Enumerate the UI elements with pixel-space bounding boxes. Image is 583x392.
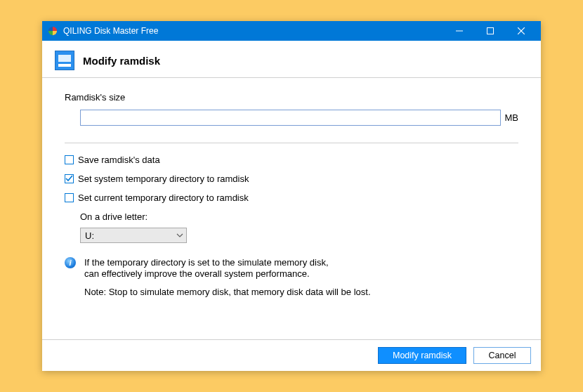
titlebar: QILING Disk Master Free [42,21,541,41]
info-block: i If the temporary directory is set to t… [65,257,518,297]
section-divider [65,143,518,143]
modify-ramdisk-button[interactable]: Modify ramdisk [378,347,466,364]
app-title: QILING Disk Master Free [63,26,444,36]
checkbox-icon [65,193,74,202]
save-data-label: Save ramdisk's data [78,155,160,165]
save-data-checkbox[interactable]: Save ramdisk's data [65,155,518,165]
info-line-1: If the temporary directory is set to the… [84,257,329,268]
app-icon [48,26,58,36]
maximize-button[interactable] [475,21,506,41]
minimize-button[interactable] [444,21,475,41]
size-input[interactable] [80,110,501,126]
drive-letter-label: On a drive letter: [80,211,518,222]
drive-letter-select[interactable]: U: [80,228,187,243]
app-window: QILING Disk Master Free Modify ramdisk R… [42,21,541,371]
page-header: Modify ramdisk [42,41,541,78]
svg-rect-2 [487,28,494,34]
close-button[interactable] [506,21,537,41]
info-line-3: Note: Stop to simulate memory disk, that… [84,287,518,298]
info-row: i If the temporary directory is set to t… [65,257,518,268]
window-controls [444,21,537,41]
drive-letter-section: On a drive letter: U: [65,211,518,243]
page-title: Modify ramdisk [83,55,160,67]
size-row: MB [65,110,518,126]
drive-letter-value: U: [85,230,94,241]
content-area: Ramdisk's size MB Save ramdisk's data Se… [42,78,541,339]
checkbox-icon [65,155,74,164]
size-unit: MB [505,112,519,123]
footer: Modify ramdisk Cancel [42,339,541,371]
set-system-temp-label: Set system temporary directory to ramdis… [78,174,249,184]
checkbox-icon [65,174,74,183]
set-system-temp-checkbox[interactable]: Set system temporary directory to ramdis… [65,174,518,184]
ramdisk-icon [55,51,74,70]
info-line-2: can effectively improve the overall syst… [84,268,518,280]
set-current-temp-label: Set current temporary directory to ramdi… [78,192,249,203]
size-label: Ramdisk's size [65,92,518,103]
set-current-temp-checkbox[interactable]: Set current temporary directory to ramdi… [65,192,518,203]
info-icon: i [65,257,76,268]
chevron-down-icon [176,233,183,237]
cancel-button[interactable]: Cancel [473,347,531,364]
